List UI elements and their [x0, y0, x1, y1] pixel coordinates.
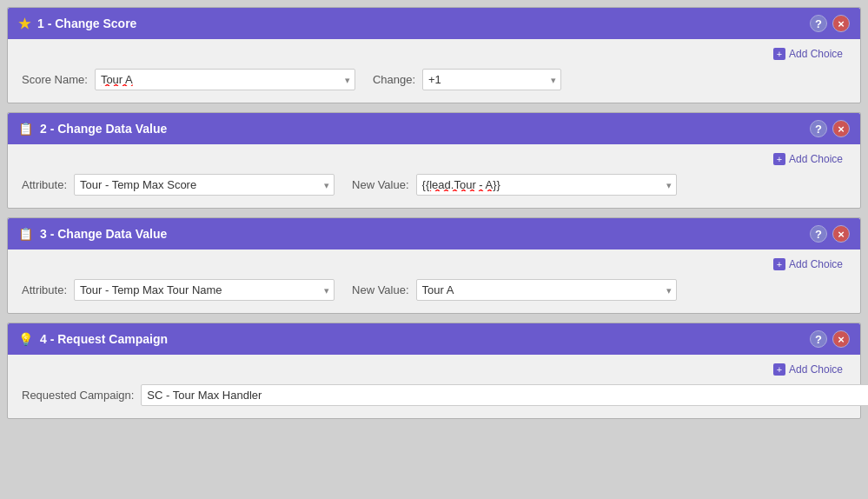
card-4: 💡4 - Request Campaign?×+ Add ChoiceReque… [7, 323, 861, 419]
card-header-1: ★1 - Change Score?× [8, 8, 860, 39]
card-body-4: + Add ChoiceRequested Campaign:SC - Tour… [8, 355, 860, 418]
form-field-score-name: Score Name:Tour A [22, 69, 355, 90]
form-field-requested-campaign: Requested Campaign:SC - Tour Max Handler [22, 384, 868, 406]
select-score-name[interactable]: Tour A [95, 69, 355, 90]
label-new-value-2: New Value: [352, 283, 409, 296]
card-2: 📋2 - Change Data Value?×+ Add ChoiceAttr… [7, 112, 861, 209]
add-choice-icon-3: + [773, 258, 785, 270]
close-button-3[interactable]: × [832, 225, 850, 243]
info-button-3[interactable]: ? [810, 225, 827, 243]
card-header-left-1: ★1 - Change Score [18, 16, 136, 32]
card-body-3: + Add ChoiceAttribute:Tour - Temp Max To… [8, 250, 860, 313]
star-icon: ★ [18, 16, 30, 32]
add-choice-row-1: + Add Choice [22, 46, 846, 62]
info-button-4[interactable]: ? [810, 330, 827, 348]
card-title-3: 3 - Change Data Value [40, 227, 167, 241]
select-new-value-2[interactable]: Tour A [416, 279, 677, 301]
info-button-1[interactable]: ? [810, 15, 827, 32]
card-title-4: 4 - Request Campaign [40, 332, 168, 346]
label-attribute-1: Attribute: [22, 178, 67, 191]
add-choice-row-3: + Add Choice [22, 256, 846, 272]
close-button-1[interactable]: × [832, 15, 850, 32]
select-wrapper-change: +1 [422, 69, 561, 90]
card-header-3: 📋3 - Change Data Value?× [8, 218, 860, 250]
select-wrapper-attribute-2: Tour - Temp Max Tour Name [74, 279, 335, 301]
add-choice-icon-1: + [773, 48, 785, 60]
select-new-value-1[interactable]: {{lead.Tour - A}} [416, 174, 677, 196]
card-body-2: + Add ChoiceAttribute:Tour - Temp Max Sc… [8, 144, 860, 208]
card-header-left-3: 📋3 - Change Data Value [18, 227, 167, 241]
card-header-right-3: ?× [810, 225, 850, 243]
add-choice-button-4[interactable]: + Add Choice [770, 362, 846, 377]
card-header-right-4: ?× [810, 330, 850, 348]
select-wrapper-score-name: Tour A [95, 69, 355, 90]
close-button-2[interactable]: × [832, 120, 850, 137]
select-attribute-2[interactable]: Tour - Temp Max Tour Name [74, 279, 335, 301]
add-choice-button-3[interactable]: + Add Choice [770, 256, 846, 272]
add-choice-icon-4: + [773, 363, 785, 376]
select-attribute-1[interactable]: Tour - Temp Max Score [74, 174, 335, 196]
label-score-name: Score Name: [22, 73, 88, 86]
card-header-right-1: ?× [810, 15, 850, 32]
form-field-new-value-1: New Value:{{lead.Tour - A}} [352, 174, 677, 196]
select-wrapper-requested-campaign: SC - Tour Max Handler [141, 384, 868, 406]
card-1: ★1 - Change Score?×+ Add ChoiceScore Nam… [7, 7, 861, 103]
select-wrapper-new-value-1: {{lead.Tour - A}} [416, 174, 677, 196]
add-choice-icon-2: + [773, 153, 785, 165]
label-requested-campaign: Requested Campaign: [22, 389, 134, 402]
select-wrapper-attribute-1: Tour - Temp Max Score [74, 174, 335, 196]
select-requested-campaign[interactable]: SC - Tour Max Handler [141, 384, 868, 406]
data-icon: 📋 [18, 227, 33, 241]
select-wrapper-new-value-2: Tour A [416, 279, 677, 301]
add-choice-row-4: + Add Choice [22, 362, 846, 377]
card-title-2: 2 - Change Data Value [40, 122, 167, 136]
data-icon: 📋 [18, 122, 33, 136]
card-header-left-4: 💡4 - Request Campaign [18, 332, 168, 346]
form-field-new-value-2: New Value:Tour A [352, 279, 677, 301]
card-body-1: + Add ChoiceScore Name:Tour AChange:+1 [8, 39, 860, 103]
label-change: Change: [373, 73, 415, 86]
card-header-right-2: ?× [810, 120, 850, 137]
add-choice-button-2[interactable]: + Add Choice [770, 151, 846, 167]
add-choice-button-1[interactable]: + Add Choice [770, 46, 846, 62]
label-new-value-1: New Value: [352, 178, 409, 191]
select-change[interactable]: +1 [422, 69, 561, 90]
form-row-3: Attribute:Tour - Temp Max Tour NameNew V… [22, 279, 846, 301]
campaign-icon: 💡 [18, 332, 33, 346]
card-3: 📋3 - Change Data Value?×+ Add ChoiceAttr… [7, 217, 861, 314]
form-field-attribute-2: Attribute:Tour - Temp Max Tour Name [22, 279, 335, 301]
close-button-4[interactable]: × [832, 330, 850, 348]
form-row-4: Requested Campaign:SC - Tour Max Handler [22, 384, 846, 406]
form-row-2: Attribute:Tour - Temp Max ScoreNew Value… [22, 174, 846, 196]
card-header-left-2: 📋2 - Change Data Value [18, 122, 167, 136]
card-header-4: 💡4 - Request Campaign?× [8, 323, 860, 355]
label-attribute-2: Attribute: [22, 283, 67, 296]
card-header-2: 📋2 - Change Data Value?× [8, 113, 860, 144]
card-title-1: 1 - Change Score [37, 17, 136, 30]
info-button-2[interactable]: ? [810, 120, 827, 137]
form-row-1: Score Name:Tour AChange:+1 [22, 69, 846, 90]
form-field-change: Change:+1 [373, 69, 561, 90]
form-field-attribute-1: Attribute:Tour - Temp Max Score [22, 174, 335, 196]
add-choice-row-2: + Add Choice [22, 151, 846, 167]
